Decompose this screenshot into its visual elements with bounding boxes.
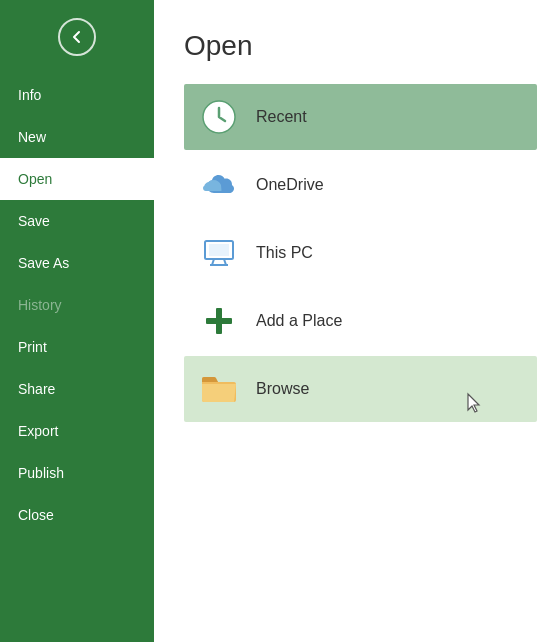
open-option-onedrive[interactable]: OneDrive xyxy=(184,152,537,218)
open-option-onedrive-label: OneDrive xyxy=(256,176,324,194)
sidebar-item-new[interactable]: New xyxy=(0,116,154,158)
onedrive-icon xyxy=(200,166,238,204)
cursor-icon xyxy=(466,392,482,414)
open-option-this-pc-label: This PC xyxy=(256,244,313,262)
open-options-list: Recent OneDrive xyxy=(184,84,537,422)
thispc-icon xyxy=(200,234,238,272)
sidebar-item-export[interactable]: Export xyxy=(0,410,154,452)
open-option-add-place-label: Add a Place xyxy=(256,312,342,330)
svg-rect-2 xyxy=(209,244,229,256)
sidebar-item-info[interactable]: Info xyxy=(0,74,154,116)
open-option-browse-label: Browse xyxy=(256,380,309,398)
sidebar-item-print[interactable]: Print xyxy=(0,326,154,368)
page-title: Open xyxy=(184,30,537,62)
sidebar-item-share[interactable]: Share xyxy=(0,368,154,410)
open-option-recent-label: Recent xyxy=(256,108,307,126)
open-option-recent[interactable]: Recent xyxy=(184,84,537,150)
sidebar-item-save[interactable]: Save xyxy=(0,200,154,242)
clock-icon xyxy=(200,98,238,136)
sidebar-item-publish[interactable]: Publish xyxy=(0,452,154,494)
sidebar: Info New Open Save Save As History Print… xyxy=(0,0,154,642)
addplace-icon xyxy=(200,302,238,340)
back-button[interactable] xyxy=(0,0,154,74)
svg-rect-7 xyxy=(206,318,232,324)
open-option-browse[interactable]: Browse xyxy=(184,356,537,422)
sidebar-item-history: History xyxy=(0,284,154,326)
main-content: Open Recent OneDrive xyxy=(154,0,557,642)
folder-icon xyxy=(200,370,238,408)
open-option-this-pc[interactable]: This PC xyxy=(184,220,537,286)
sidebar-item-save-as[interactable]: Save As xyxy=(0,242,154,284)
sidebar-nav: Info New Open Save Save As History Print… xyxy=(0,74,154,642)
sidebar-item-close[interactable]: Close xyxy=(0,494,154,536)
back-circle-icon xyxy=(58,18,96,56)
sidebar-item-open[interactable]: Open xyxy=(0,158,154,200)
open-option-add-place[interactable]: Add a Place xyxy=(184,288,537,354)
